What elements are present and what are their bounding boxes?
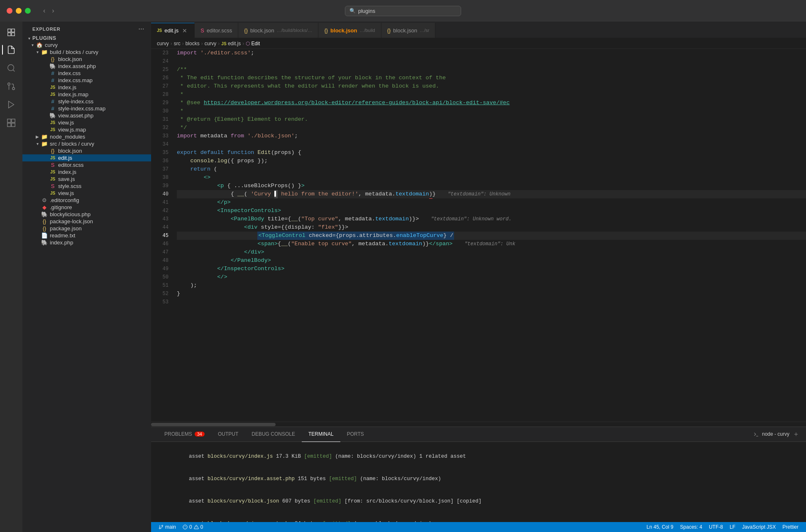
breadcrumb-src[interactable]: src [174,41,181,46]
status-errors[interactable]: 0 0 [179,522,206,532]
terminal-content[interactable]: asset blocks/curvy/index.js 17.3 KiB [em… [151,442,806,522]
sidebar-item-view-js-build[interactable]: JS view.js [22,119,151,126]
tab-block-json-1[interactable]: {} block.json …/build/blocks/… [238,23,318,38]
breadcrumb-curvy[interactable]: curvy [157,41,169,46]
sidebar-item-src-blocks-curvy[interactable]: ▾ 📁 src / blocks / curvy [22,140,151,147]
panel-tab-ports[interactable]: PORTS [340,427,371,442]
status-encoding[interactable]: UTF-8 [706,522,726,532]
tab-close-edit-js[interactable]: ✕ [181,27,188,34]
tab-block-json-2[interactable]: {} block.json …/build [318,23,381,38]
sidebar-item-view-asset-php[interactable]: 🐘 view.asset.php [22,112,151,119]
sidebar-more-icon[interactable]: ··· [139,26,144,32]
search-bar[interactable]: 🔍 [345,6,461,16]
activity-icon-run[interactable] [3,96,20,113]
main-layout: EXPLORER ··· ▾ PLUGINS ▾ 🏠 curvy ▾ 📁 bui… [0,22,806,532]
back-arrow[interactable]: ‹ [41,5,48,16]
sidebar-item-gitignore[interactable]: ◆ .gitignore [22,204,151,211]
svg-rect-3 [12,33,15,36]
tab-edit-js[interactable]: JS edit.js ✕ [151,23,195,38]
tab-editor-scss[interactable]: S editor.scss [195,23,238,38]
status-branch[interactable]: main [155,522,179,532]
sidebar-item-build-blocks-curvy[interactable]: ▾ 📁 build / blocks / curvy [22,49,151,56]
index-js-map-label: index.js.map [58,91,151,98]
svg-point-7 [8,83,10,85]
sidebar-item-package-lock-json[interactable]: {} package-lock.json [22,218,151,225]
code-line-33: import metadata from './block.json'; [177,132,806,140]
sidebar-item-index-js[interactable]: JS index.js [22,84,151,91]
close-button[interactable] [7,8,12,14]
titlebar: ‹ › 🔍 [0,0,806,22]
panel-tab-problems[interactable]: PROBLEMS 34 [158,427,211,442]
block-json-src-label: block.json [58,148,151,154]
sidebar-item-style-index-css[interactable]: # style-index.css [22,98,151,105]
activity-icon-extensions[interactable] [3,115,20,131]
breadcrumb-editjs[interactable]: JS edit.js [221,41,241,46]
svg-rect-11 [12,119,15,122]
style-index-css-label: style-index.css [58,98,151,105]
sidebar-item-index-php[interactable]: 🐘 index.php [22,239,151,246]
scrollbar-thumb[interactable] [151,423,276,426]
status-prettier[interactable]: Prettier [779,522,802,532]
language-value: JavaScript JSX [742,524,776,530]
activity-icon-source-control[interactable] [3,78,20,95]
terminal-label: TERMINAL [308,431,334,437]
ln-48: 48 [151,256,169,265]
status-spaces[interactable]: Spaces: 4 [677,522,706,532]
index-php-label: index.php [50,239,151,246]
status-line-col[interactable]: Ln 45, Col 9 [643,522,677,532]
ln-27: 27 [151,82,169,90]
sidebar-item-style-scss[interactable]: S style.scss [22,183,151,190]
code-editor[interactable]: 23 24 25 26 27 28 29 30 31 32 33 34 35 3… [151,49,806,422]
code-content[interactable]: import './editor.scss'; /** * The edit f… [173,49,806,422]
sidebar-item-curvy[interactable]: ▾ 🏠 curvy [22,41,151,49]
tab-block-json-3[interactable]: {} block.json …/sr [381,23,436,38]
code-line-42: <InspectorControls> [177,207,806,215]
readme-txt-label: readme.txt [50,232,151,239]
forward-arrow[interactable]: › [49,5,56,16]
status-language[interactable]: JavaScript JSX [739,522,779,532]
sidebar-item-view-js-src[interactable]: JS view.js [22,190,151,197]
sidebar-item-blockylicious-php[interactable]: 🐘 blockylicious.php [22,211,151,218]
sidebar-item-index-js-map[interactable]: JS index.js.map [22,91,151,98]
breadcrumb-edit-fn[interactable]: ⬡ Edit [246,41,260,46]
breadcrumb-curvy2[interactable]: curvy [205,41,217,46]
index-js-src-label: index.js [58,169,151,175]
warning-icon [194,525,199,530]
panel-tab-debug-console[interactable]: DEBUG CONSOLE [245,427,302,442]
sidebar-item-edit-js[interactable]: JS edit.js [22,154,151,161]
maximize-button[interactable] [25,8,31,14]
search-input[interactable] [358,8,457,14]
sidebar-item-editorconfig[interactable]: ⚙ .editorconfig [22,197,151,204]
sidebar-item-block-json-src[interactable]: {} block.json [22,147,151,154]
sidebar-item-index-js-src[interactable]: JS index.js [22,168,151,176]
sidebar-item-block-json-build[interactable]: {} block.json [22,56,151,63]
panel-tab-terminal[interactable]: TERMINAL [302,427,340,442]
sidebar-item-save-js[interactable]: JS save.js [22,176,151,183]
sidebar-item-editor-scss[interactable]: S editor.scss [22,161,151,168]
breadcrumb-blocks[interactable]: blocks [186,41,200,46]
horizontal-scrollbar[interactable] [151,422,806,427]
output-label: OUTPUT [218,431,238,437]
sidebar-item-view-js-map[interactable]: JS view.js.map [22,126,151,133]
sidebar-item-node-modules[interactable]: ▶ 📁 node_modules [22,133,151,140]
sidebar-item-index-css-map[interactable]: # index.css.map [22,77,151,84]
tab-editor-scss-label: editor.scss [207,27,232,34]
minimize-button[interactable] [16,8,22,14]
search-icon: 🔍 [349,8,356,14]
ln-46: 46 [151,240,169,248]
svg-rect-13 [12,123,15,127]
activity-icon-files[interactable] [3,41,20,58]
panel-tab-output[interactable]: OUTPUT [211,427,245,442]
sidebar-item-plugins[interactable]: ▾ PLUGINS [22,35,151,41]
sidebar-item-index-asset-php[interactable]: 🐘 index.asset.php [22,63,151,70]
sidebar-item-index-css[interactable]: # index.css [22,70,151,77]
sidebar-item-style-index-css-map[interactable]: # style-index.css.map [22,105,151,112]
view-js-src-label: view.js [58,190,151,196]
sidebar-item-package-json[interactable]: {} package.json [22,225,151,232]
status-line-ending[interactable]: LF [726,522,739,532]
bottom-panel: PROBLEMS 34 OUTPUT DEBUG CONSOLE TERMINA… [151,427,806,522]
new-terminal-icon[interactable]: ＋ [793,430,799,439]
activity-icon-search[interactable] [3,60,20,76]
sidebar-item-readme-txt[interactable]: 📄 readme.txt [22,232,151,239]
activity-icon-explorer[interactable] [4,25,19,40]
